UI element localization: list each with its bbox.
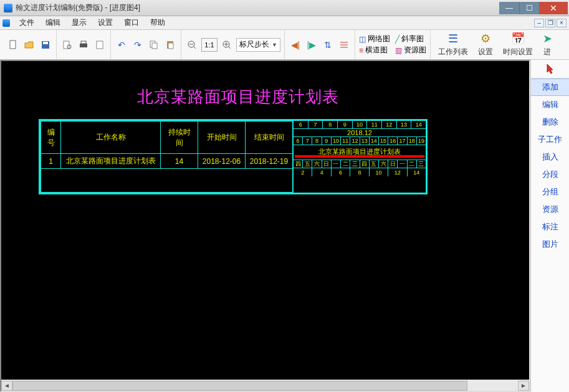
timeline-cell: 2 (294, 168, 312, 176)
page-setup-button[interactable] (93, 38, 107, 52)
scroll-left-button[interactable]: ◄ (1, 381, 12, 391)
menu-settings[interactable]: 设置 (92, 17, 118, 28)
scroll-track[interactable] (12, 381, 518, 391)
view-resource-button[interactable]: ▥资源图 (395, 45, 426, 55)
cell-no: 1 (41, 154, 61, 169)
shrink-left-button[interactable]: ◀| (289, 38, 302, 52)
horizontal-scrollbar[interactable]: ◄ ► (1, 380, 529, 391)
scroll-right-button[interactable]: ► (518, 381, 529, 391)
zoom-reset-button[interactable]: 1:1 (201, 38, 218, 52)
mdi-close-button[interactable]: × (557, 19, 567, 27)
worklist-label: 工作列表 (438, 47, 468, 57)
timeline-cell: 10 (353, 121, 368, 128)
side-图片[interactable]: 图片 (531, 236, 569, 253)
cursor-tool[interactable] (531, 60, 569, 79)
enter-button[interactable]: ➤进 (539, 32, 556, 57)
scroll-thumb[interactable] (12, 381, 467, 391)
menu-window[interactable]: 窗口 (118, 17, 145, 28)
view-crossroad-label: 横道图 (365, 45, 388, 55)
side-panel: 添加编辑删除子工作插入分段分组资源标注图片 (530, 60, 569, 392)
timeline-cell: 9 (338, 121, 353, 128)
table-row[interactable]: 1 北京某路面项目进度计划表 14 2018-12-06 2018-12-19 (41, 154, 293, 169)
timeline-cell: 9 (322, 137, 332, 145)
gantt-bar-line (295, 155, 424, 158)
chart-title: 北京某路面项目进度计划表 (39, 86, 438, 108)
timeline-cell: 11 (367, 121, 382, 128)
side-分段[interactable]: 分段 (531, 166, 569, 183)
side-添加[interactable]: 添加 (531, 79, 569, 96)
timeline-cell: 四 (294, 160, 303, 168)
side-编辑[interactable]: 编辑 (531, 96, 569, 113)
view-network-button[interactable]: ◫网络图 (359, 34, 390, 44)
side-资源[interactable]: 资源 (531, 201, 569, 218)
menu-view[interactable]: 显示 (66, 17, 92, 28)
close-button[interactable]: ✕ (539, 2, 568, 14)
timeline-cell: 12 (350, 137, 360, 145)
timeline-bottom: 2468101214 (294, 168, 426, 176)
toolbar: ↶ ↷ 1:1 标尺步长▼ ◀| |▶ ⇅ ◫网络图 ≡横道图 ╱斜率图 ▥资源… (0, 30, 569, 60)
cell-name: 北京某路面项目进度计划表 (61, 154, 161, 169)
zoom-out-icon (187, 40, 197, 50)
timeline-cell: 8 (323, 121, 338, 128)
print-button[interactable] (77, 38, 90, 52)
gantt-row[interactable]: 北京某路面项目进度计划表 (294, 145, 426, 160)
view-resource-label: 资源图 (404, 45, 426, 55)
timeline-cell: 五 (370, 160, 379, 168)
maximize-button[interactable]: ☐ (519, 2, 539, 14)
cell-end: 2018-12-19 (246, 154, 293, 169)
expand-vert-button[interactable] (337, 38, 351, 52)
collapse-vert-button[interactable]: ⇅ (321, 38, 335, 52)
new-file-button[interactable] (6, 38, 20, 52)
menu-help[interactable]: 帮助 (145, 17, 171, 28)
time-settings-label: 时间设置 (503, 47, 533, 57)
folder-open-icon (24, 40, 34, 50)
timeline-cell: 6 (294, 121, 308, 128)
timeline-cell: 四 (360, 160, 370, 168)
timeline-cell: 12 (382, 121, 397, 128)
undo-button[interactable]: ↶ (115, 38, 128, 52)
view-crossroad-button[interactable]: ≡横道图 (359, 45, 390, 55)
window-title: 翰文进度计划编制(免费版) - [进度图4] (16, 2, 499, 13)
side-插入[interactable]: 插入 (531, 148, 569, 166)
col-no: 编号 (41, 122, 61, 154)
view-slope-label: 斜率图 (401, 34, 424, 44)
svg-rect-0 (10, 41, 16, 49)
menu-bar: 文件 编辑 显示 设置 窗口 帮助 – ❐ × (0, 16, 569, 30)
timeline-cell: 14 (408, 168, 426, 176)
settings-button[interactable]: ⚙设置 (474, 32, 497, 57)
open-file-button[interactable] (22, 38, 36, 52)
side-分组[interactable]: 分组 (531, 183, 569, 201)
side-标注[interactable]: 标注 (531, 218, 569, 236)
ruler-step-select[interactable]: 标尺步长▼ (236, 38, 280, 52)
menu-edit[interactable]: 编辑 (40, 17, 66, 28)
zoom-in-button[interactable] (220, 38, 234, 52)
print-preview-button[interactable] (60, 38, 74, 52)
shrink-right-button[interactable]: |▶ (305, 38, 318, 52)
svg-rect-7 (97, 41, 103, 49)
view-slope-button[interactable]: ╱斜率图 (395, 34, 426, 44)
zoom-out-button[interactable] (185, 38, 199, 52)
save-button[interactable] (39, 38, 52, 52)
copy-button[interactable] (147, 38, 161, 52)
minimize-button[interactable]: — (499, 2, 519, 14)
zoom-in-icon (222, 40, 232, 50)
schedule-canvas[interactable]: 北京某路面项目进度计划表 编号 工作名称 持续时间 开始时间 结束时间 1 (1, 61, 529, 380)
mdi-minimize-button[interactable]: – (534, 19, 544, 27)
menu-file[interactable]: 文件 (14, 17, 40, 28)
paste-button[interactable] (163, 38, 177, 52)
timeline-cell: 19 (417, 137, 426, 145)
timeline-mid: 678910111213141516171819 (294, 137, 426, 145)
redo-button[interactable]: ↷ (131, 38, 145, 52)
time-settings-button[interactable]: 📅时间设置 (499, 32, 537, 57)
app-icon (4, 4, 12, 12)
side-删除[interactable]: 删除 (531, 113, 569, 131)
svg-line-14 (193, 46, 196, 49)
mdi-restore-button[interactable]: ❐ (545, 19, 555, 27)
timeline-cell: 4 (312, 168, 331, 176)
gear-icon: ⚙ (481, 32, 490, 45)
side-子工作[interactable]: 子工作 (531, 131, 569, 148)
worklist-button[interactable]: ☰工作列表 (434, 32, 472, 57)
timeline-cell: 五 (303, 160, 312, 168)
timeline-cell: 六 (312, 160, 322, 168)
svg-rect-11 (168, 43, 173, 49)
